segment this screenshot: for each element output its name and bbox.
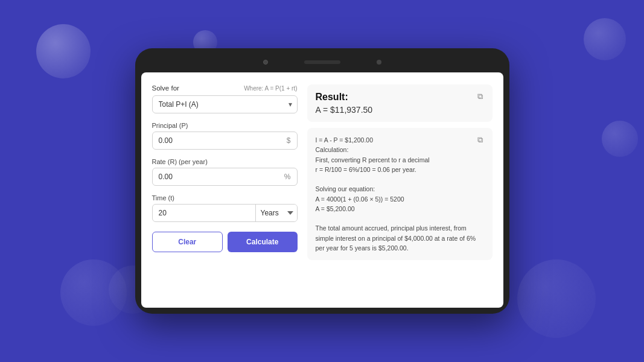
solve-for-select[interactable]: Total P+I (A) Principal (P) Rate (R) Tim… — [153, 96, 297, 113]
solve-for-select-wrapper[interactable]: Total P+I (A) Principal (P) Rate (R) Tim… — [152, 95, 298, 113]
tablet-screen: Solve for Where: A = P(1 + rt) Total P+I… — [141, 72, 503, 308]
principal-section: Principal (P) $ — [152, 122, 298, 150]
result-main-box: Result: A = $11,937.50 ⧉ — [307, 84, 493, 122]
time-label: Time (t) — [152, 194, 298, 202]
detail-equation-line2: A = $5,200.00 — [316, 205, 355, 212]
copy-detail-icon[interactable]: ⧉ — [474, 134, 486, 146]
principal-label: Principal (P) — [152, 122, 298, 129]
result-detail-box: ⧉ I = A - P = $1,200.00 Calculation: Fir… — [307, 128, 493, 260]
detail-equation-line1: A = 4000(1 + (0.06 × 5)) = 5200 — [316, 195, 404, 203]
tablet-speaker — [304, 60, 340, 64]
detail-calc-header: Calculation: — [316, 146, 349, 153]
tablet-camera — [263, 60, 268, 65]
solve-for-label: Solve for — [152, 84, 179, 92]
principal-input-wrapper: $ — [152, 132, 298, 150]
result-panel: Result: A = $11,937.50 ⧉ ⧉ I = A - P = $… — [307, 84, 493, 296]
result-main-value: A = $11,937.50 — [316, 105, 484, 115]
calculate-button[interactable]: Calculate — [228, 232, 298, 252]
tablet-mic — [377, 60, 381, 65]
time-input-wrapper: Years Months Days — [152, 204, 298, 222]
tablet-top-bar — [141, 57, 503, 68]
result-title: Result: — [316, 92, 484, 103]
detail-calc-line1: First, converting R percent to r a decim… — [316, 156, 430, 164]
time-input[interactable] — [153, 205, 255, 221]
principal-input[interactable] — [153, 132, 281, 149]
button-row: Clear Calculate — [152, 232, 298, 252]
time-section: Time (t) Years Months Days — [152, 194, 298, 222]
formula-label: Where: A = P(1 + rt) — [244, 85, 297, 92]
detail-calc-line2: r = R/100 = 6%/100 = 0.06 per year. — [316, 166, 416, 173]
detail-solving-header: Solving our equation: — [316, 185, 375, 192]
solve-for-section: Solve for Where: A = P(1 + rt) Total P+I… — [152, 84, 298, 113]
time-unit-select[interactable]: Years Months Days — [255, 205, 297, 221]
rate-section: Rate (R) (per year) % — [152, 158, 298, 186]
detail-summary: The total amount accrued, principal plus… — [316, 224, 476, 252]
rate-input-wrapper: % — [152, 168, 298, 186]
result-detail-text: I = A - P = $1,200.00 Calculation: First… — [316, 135, 484, 253]
rate-suffix: % — [278, 173, 297, 181]
detail-interest: I = A - P = $1,200.00 — [316, 136, 374, 144]
rate-label: Rate (R) (per year) — [152, 158, 298, 165]
solve-for-header: Solve for Where: A = P(1 + rt) — [152, 84, 298, 92]
principal-suffix: $ — [281, 136, 297, 145]
tablet-frame: Solve for Where: A = P(1 + rt) Total P+I… — [135, 48, 509, 314]
clear-button[interactable]: Clear — [152, 232, 223, 252]
calculator-panel: Solve for Where: A = P(1 + rt) Total P+I… — [152, 84, 298, 296]
copy-result-icon[interactable]: ⧉ — [474, 91, 486, 103]
rate-input[interactable] — [153, 168, 278, 185]
